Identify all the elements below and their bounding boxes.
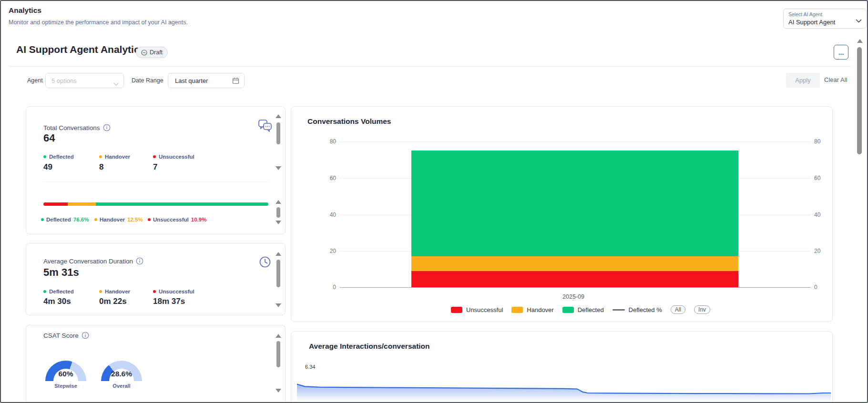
handover-dot-icon: [94, 218, 97, 221]
y-tick-right: 60: [814, 175, 834, 181]
distribution-bar-segment-unsuccessful: [43, 202, 68, 206]
distribution-bar: [43, 202, 268, 206]
status-badge: Draft: [136, 47, 168, 58]
y-tick-right: 0: [814, 284, 834, 291]
select-ai-agent-value: AI Support Agent: [788, 19, 835, 26]
deflected-dot-icon: [41, 218, 44, 221]
analytics-page: Analytics Monitor and optimize the perfo…: [0, 0, 868, 403]
deflected-pct-value: 76.6%: [73, 217, 89, 222]
first-point-label: 6.34: [305, 364, 315, 370]
minus-circle-icon: [141, 50, 147, 56]
legend-all-button[interactable]: All: [671, 305, 685, 314]
conversations-volumes-panel: Conversations Volumes 80 60 40 20 0 80 6…: [291, 106, 833, 322]
card-scrollbar-thumb[interactable]: [276, 341, 280, 367]
card-scrollbar-thumb[interactable]: [276, 207, 280, 218]
y-tick-left: 40: [316, 212, 336, 218]
clear-all-button[interactable]: Clear All: [824, 76, 847, 83]
unsuccessful-dot-icon: [153, 155, 156, 158]
scroll-up-icon[interactable]: [276, 200, 281, 204]
csat-card: CSAT Score 60% Stepwise 28.6% Overall: [26, 325, 286, 403]
csat-title-row: CSAT Score: [43, 332, 89, 339]
card-scrollbar-thumb[interactable]: [276, 260, 280, 287]
y-tick-left: 80: [316, 138, 336, 145]
scroll-up-icon[interactable]: [276, 334, 281, 338]
bar-segment-deflected[interactable]: [411, 151, 738, 256]
overall-gauge-label: Overall: [102, 383, 141, 389]
dashboard-title: AI Support Agent Analytics: [16, 44, 145, 55]
unsuccessful-count: 7: [153, 162, 157, 172]
y-tick-right: 40: [814, 212, 834, 218]
page-scrollbar-thumb[interactable]: [857, 47, 862, 154]
select-ai-agent-label: Select AI Agent: [788, 11, 822, 17]
status-badge-label: Draft: [150, 49, 163, 56]
total-conversations-value: 64: [43, 132, 55, 144]
clock-icon: [259, 256, 271, 270]
line-swatch-icon: [613, 309, 625, 311]
handover-legend: Handover: [99, 289, 130, 294]
chat-bubbles-icon: [258, 119, 272, 134]
avg-interactions-panel: Average Interactions/conversation 6.34: [291, 331, 833, 403]
agent-filter-select[interactable]: 5 options: [45, 73, 124, 88]
scroll-up-icon[interactable]: [857, 39, 863, 43]
deflected-pct-legend: Deflected 76.6%: [41, 217, 89, 222]
avg-interactions-title: Average Interactions/conversation: [309, 342, 430, 351]
unsuccessful-legend: Unsuccessful: [153, 289, 194, 294]
deflected-legend: Deflected: [43, 154, 74, 160]
info-icon[interactable]: [136, 257, 143, 265]
y-tick-right: 80: [814, 138, 834, 145]
date-range-value: Last quarter: [175, 77, 208, 84]
chevron-down-icon: [856, 17, 862, 25]
apply-button[interactable]: Apply: [786, 73, 820, 88]
unsuccessful-dot-icon: [148, 218, 151, 221]
csat-title: CSAT Score: [43, 332, 79, 339]
calendar-icon: [232, 77, 239, 86]
handover-duration: 0m 22s: [99, 297, 127, 306]
x-axis-line: [340, 287, 811, 288]
agent-filter-label: Agent: [27, 77, 43, 84]
scroll-up-icon[interactable]: [276, 114, 281, 118]
conversations-volumes-title: Conversations Volumes: [307, 117, 391, 126]
card-scrollbar-thumb[interactable]: [276, 122, 280, 144]
page-subtitle: Monitor and optimize the performance and…: [9, 19, 188, 26]
select-ai-agent-dropdown[interactable]: Select AI Agent AI Support Agent: [783, 9, 867, 29]
scroll-up-icon[interactable]: [276, 252, 281, 256]
stepwise-gauge-value: 60%: [47, 370, 85, 378]
legend-item-deflected[interactable]: Deflected: [562, 306, 604, 313]
x-axis-label: 2025-09: [526, 293, 621, 300]
y-tick-left: 0: [316, 284, 336, 291]
distribution-bar-segment-handover: [68, 202, 96, 206]
bar-segment-handover[interactable]: [411, 256, 738, 271]
scroll-down-icon[interactable]: [276, 389, 281, 393]
avg-duration-value: 5m 31s: [43, 266, 79, 279]
handover-pct-legend: Handover 12.5%: [94, 217, 143, 222]
handover-dot-icon: [99, 155, 102, 158]
deflected-dot-icon: [43, 155, 46, 158]
deflected-count: 49: [43, 162, 52, 172]
scroll-down-icon[interactable]: [276, 303, 281, 307]
unsuccessful-duration: 18m 37s: [153, 297, 185, 306]
interactions-area-chart[interactable]: [297, 379, 831, 401]
avg-duration-title-row: Average Conversation Duration: [43, 257, 143, 265]
unsuccessful-swatch-icon: [451, 307, 462, 313]
total-conversations-card: Total Conversations 64 Deflected Handove…: [26, 106, 286, 234]
total-conversations-title-row: Total Conversations: [43, 124, 111, 131]
info-icon[interactable]: [103, 124, 111, 131]
page-title: Analytics: [9, 6, 41, 15]
more-options-button[interactable]: ...: [834, 45, 848, 60]
legend-item-unsuccessful[interactable]: Unsuccessful: [451, 306, 503, 313]
date-range-picker[interactable]: Last quarter: [168, 73, 245, 88]
legend-item-deflected-pct[interactable]: Deflected %: [613, 306, 662, 313]
unsuccessful-legend: Unsuccessful: [153, 154, 194, 160]
deflected-duration: 4m 30s: [43, 297, 71, 306]
total-conversations-title: Total Conversations: [43, 124, 100, 131]
avg-duration-card: Average Conversation Duration 5m 31s Def…: [26, 243, 286, 315]
deflected-legend: Deflected: [43, 289, 74, 294]
scroll-down-icon[interactable]: [276, 221, 281, 224]
legend-item-handover[interactable]: Handover: [511, 306, 553, 313]
scroll-down-icon[interactable]: [276, 166, 281, 170]
info-icon[interactable]: [82, 332, 89, 339]
bar-segment-unsuccessful[interactable]: [411, 271, 738, 287]
gridline: [340, 141, 811, 142]
distribution-bar-segment-deflected: [96, 202, 268, 206]
legend-inv-button[interactable]: Inv: [694, 305, 710, 314]
